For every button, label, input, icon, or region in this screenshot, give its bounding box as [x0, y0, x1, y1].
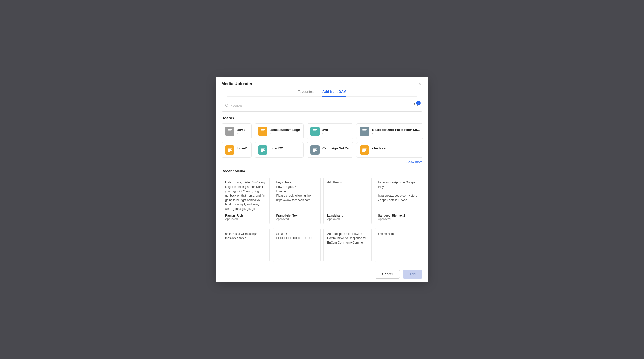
modal-overlay: Media Uploader × Favourites Add from DAM — [0, 0, 644, 359]
media-text-rm3: dsknflkmqwd — [327, 180, 368, 211]
board-info-board-zero: Board for Zero Facet Filter Sh... - — [372, 128, 420, 135]
board-name-board-zero: Board for Zero Facet Filter Sh... — [372, 128, 420, 132]
svg-rect-26 — [261, 150, 264, 151]
modal-title: Media Uploader — [222, 82, 252, 86]
board-sub-board22: - — [270, 150, 283, 154]
svg-rect-10 — [261, 132, 264, 132]
media-text-rm6: SFDF DF DFDDFDFFDDFDFFDFDDF — [276, 232, 317, 256]
close-button[interactable]: × — [416, 81, 422, 87]
svg-rect-20 — [228, 148, 232, 149]
search-icon — [225, 104, 229, 108]
svg-line-1 — [228, 106, 229, 107]
media-footer-rm2: Pranati-richText Approved — [276, 214, 317, 221]
cart-badge: 2 — [416, 101, 420, 106]
board-info-board22: board22 - — [270, 146, 283, 154]
svg-rect-13 — [313, 130, 316, 131]
board-card-board1[interactable]: board1 - — [222, 142, 252, 158]
board-sub-avb: - — [322, 132, 328, 135]
media-name-rm2: Pranati-richText — [276, 214, 317, 218]
svg-rect-7 — [228, 133, 230, 134]
modal-footer: Cancel Add — [216, 266, 428, 282]
media-card-rm6[interactable]: SFDF DF DFDDFDFFDDFDFFDFDDF — [272, 228, 321, 262]
svg-rect-8 — [261, 129, 265, 130]
media-status-rm1: Approved — [225, 218, 266, 221]
svg-rect-11 — [261, 133, 263, 134]
media-card-rm4[interactable]: Facebook – Apps on Google Play https://p… — [374, 176, 423, 224]
board-name-board1: board1 — [238, 146, 248, 150]
media-footer-rm3: kajndskand Approved — [327, 214, 368, 221]
svg-rect-28 — [313, 148, 317, 149]
modal-header: Media Uploader × — [216, 76, 428, 87]
board-card-asset-subcampaign[interactable]: asset subcampaign - — [254, 124, 304, 139]
board-sub-campaign-not-yet: - — [322, 150, 350, 154]
board-sub-board1: - — [238, 150, 248, 154]
media-text-rm1: Listen to me, mister. You're my knight i… — [225, 180, 266, 211]
recent-media-title: Recent Media — [222, 169, 422, 173]
board-sub-asset-subcampaign: - — [270, 132, 300, 135]
board-card-check-call[interactable]: check call - — [356, 142, 423, 158]
svg-rect-22 — [228, 150, 232, 151]
media-text-rm2: Heyy Users, How are you?? I am fine .. P… — [276, 180, 317, 211]
media-text-rm8: xmxmxmxm — [378, 232, 419, 256]
board-icon-avb — [310, 127, 320, 136]
svg-rect-34 — [362, 150, 366, 151]
board-icon-board1 — [225, 145, 234, 154]
svg-rect-6 — [228, 132, 232, 132]
svg-rect-12 — [313, 129, 317, 130]
svg-rect-9 — [261, 130, 264, 131]
board-sub-check-call: - — [372, 150, 387, 154]
board-info-avb: avb - — [322, 128, 328, 135]
cancel-button[interactable]: Cancel — [375, 270, 400, 278]
svg-point-2 — [416, 107, 416, 107]
svg-rect-14 — [313, 132, 316, 132]
media-text-rm4: Facebook – Apps on Google Play https://p… — [378, 180, 419, 211]
media-footer-rm4: Sandeep_Richtext1 Approved — [378, 214, 419, 221]
media-name-rm4: Sandeep_Richtext1 — [378, 214, 419, 218]
media-card-rm8[interactable]: xmxmxmxm — [374, 228, 423, 262]
board-name-avb: avb — [322, 128, 328, 132]
media-text-rm7: Auto Response for EnCom CommunityAuto Re… — [327, 232, 368, 256]
board-card-avb[interactable]: avb - — [306, 124, 353, 139]
tabs-container: Favourites Add from DAM — [228, 87, 416, 96]
svg-rect-18 — [362, 132, 366, 132]
board-sub-adv3: - — [238, 132, 246, 135]
recent-media-grid-row1: Listen to me, mister. You're my knight i… — [222, 176, 422, 224]
media-card-rm2[interactable]: Heyy Users, How are you?? I am fine .. P… — [272, 176, 321, 224]
search-bar: 2 — [222, 100, 422, 112]
svg-rect-29 — [313, 149, 316, 150]
tab-favourites[interactable]: Favourites — [298, 90, 314, 96]
board-icon-board22 — [258, 145, 268, 154]
board-icon-campaign-not-yet — [310, 145, 320, 154]
board-name-check-call: check call — [372, 146, 387, 150]
media-card-rm7[interactable]: Auto Response for EnCom CommunityAuto Re… — [324, 228, 372, 262]
board-icon-asset-subcampaign — [258, 127, 268, 136]
board-info-adv3: adv 3 - — [238, 128, 246, 135]
cart-button[interactable]: 2 — [414, 103, 419, 109]
search-input[interactable] — [231, 104, 412, 108]
svg-rect-15 — [313, 133, 315, 134]
board-card-board22[interactable]: board22 - — [254, 142, 304, 158]
board-name-campaign-not-yet: Campaign Not Yet — [322, 146, 350, 150]
board-info-asset-subcampaign: asset subcampaign - — [270, 128, 300, 135]
board-icon-check-call — [360, 145, 369, 154]
board-card-board-zero[interactable]: Board for Zero Facet Filter Sh... - — [356, 124, 423, 139]
media-card-rm3[interactable]: dsknflkmqwd kajndskand Approved — [324, 176, 372, 224]
show-more-container: Show more — [222, 160, 422, 164]
board-name-board22: board22 — [270, 146, 283, 150]
media-name-rm1: Raman_Rich — [225, 214, 266, 218]
board-card-adv3[interactable]: adv 3 - — [222, 124, 252, 139]
media-status-rm3: Approved — [327, 218, 368, 221]
svg-rect-16 — [362, 129, 367, 130]
show-more-button[interactable]: Show more — [406, 160, 422, 164]
add-button[interactable]: Add — [403, 270, 422, 278]
media-status-rm4: Approved — [378, 218, 419, 221]
media-card-rm5[interactable]: ankasnfklaf Cbknascnjkan fnasknfk asnfkl… — [222, 228, 270, 262]
board-card-campaign-not-yet[interactable]: Campaign Not Yet - — [306, 142, 353, 158]
recent-media-section: Recent Media Listen to me, mister. You'r… — [222, 169, 422, 262]
svg-rect-33 — [362, 149, 366, 150]
media-card-rm1[interactable]: Listen to me, mister. You're my knight i… — [222, 176, 270, 224]
media-status-rm2: Approved — [276, 218, 317, 221]
svg-rect-25 — [261, 149, 264, 150]
tab-add-from-dam[interactable]: Add from DAM — [322, 90, 346, 96]
board-info-campaign-not-yet: Campaign Not Yet - — [322, 146, 350, 154]
